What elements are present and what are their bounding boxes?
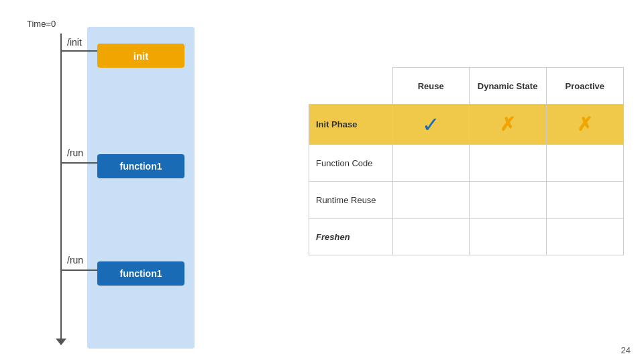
table-row: Freshen [309,219,624,255]
col-header-dynamic-state: Dynamic State [469,68,546,105]
timeline-arrow [56,339,66,345]
x-icon: ✗ [500,114,515,135]
cell-dynamic_state [469,145,546,182]
table-header-row: Reuse Dynamic State Proactive [309,68,624,105]
cell-dynamic_state: ✗ [469,105,546,145]
col-header-reuse: Reuse [392,68,469,105]
table-row: Init Phase✓✗✗ [309,105,624,145]
function1-box-top: function1 [97,154,184,178]
cell-reuse: ✓ [392,105,469,145]
cell-proactive: ✗ [546,105,623,145]
blue-panel [87,27,195,349]
check-icon: ✓ [422,113,440,137]
function1-box-bottom: function1 [97,261,184,286]
row-label: Function Code [309,145,393,182]
row-label: Init Phase [309,105,393,145]
comparison-table: Reuse Dynamic State Proactive Init Phase… [309,67,624,255]
comparison-table-area: Reuse Dynamic State Proactive Init Phase… [309,67,624,255]
cell-reuse [392,182,469,219]
cell-proactive [546,182,623,219]
run-route-top-label: /run [67,147,83,158]
col-header-proactive: Proactive [546,68,623,105]
cell-proactive [546,145,623,182]
diagram-area: Time=0 /init init /run function1 /run fu… [20,13,302,349]
row-label: Freshen [309,219,393,255]
time-label: Time=0 [27,19,56,29]
timeline-line [60,34,62,342]
table-row: Function Code [309,145,624,182]
init-box: init [97,44,184,68]
row-label: Runtime Reuse [309,182,393,219]
cell-dynamic_state [469,182,546,219]
cell-proactive [546,219,623,255]
page-number: 24 [621,345,631,355]
cell-reuse [392,219,469,255]
cell-reuse [392,145,469,182]
init-route-label: /init [67,37,82,48]
table-row: Runtime Reuse [309,182,624,219]
x-icon: ✗ [577,114,592,135]
run-route-bottom-label: /run [67,255,83,265]
col-header-empty [309,68,393,105]
cell-dynamic_state [469,219,546,255]
